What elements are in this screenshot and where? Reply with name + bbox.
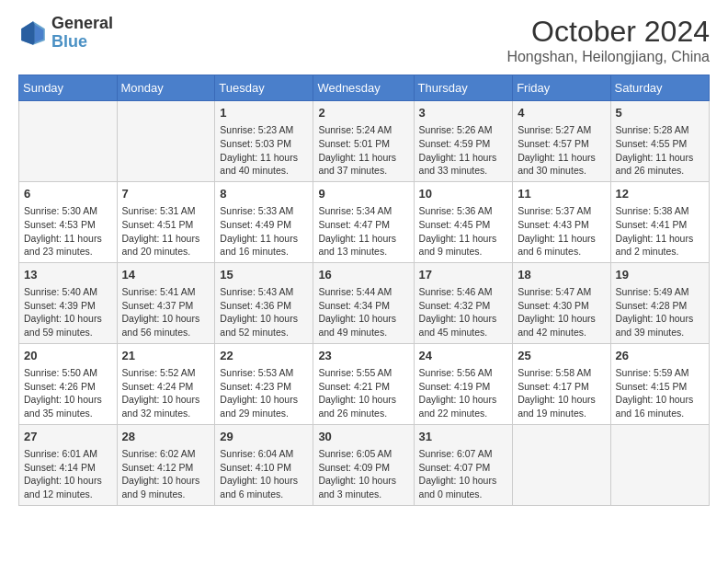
cell-info: Sunset: 4:36 PM (220, 299, 308, 313)
cell-info: Daylight: 10 hours and 56 minutes. (122, 312, 210, 339)
cell-info: Sunset: 4:51 PM (122, 218, 210, 232)
cell-info: Sunrise: 5:24 AM (318, 123, 408, 137)
cell-info: Daylight: 10 hours and 16 minutes. (616, 393, 704, 419)
cell-info: Sunset: 4:14 PM (24, 461, 112, 475)
day-number: 30 (318, 429, 408, 445)
day-header: Saturday (610, 75, 709, 101)
cell-info: Daylight: 11 hours and 2 minutes. (616, 232, 704, 259)
cell-info: Sunset: 4:17 PM (518, 380, 605, 394)
calendar-cell: 29Sunrise: 6:04 AMSunset: 4:10 PMDayligh… (215, 424, 313, 505)
cell-info: Sunrise: 5:31 AM (122, 204, 210, 218)
calendar-cell: 31Sunrise: 6:07 AMSunset: 4:07 PMDayligh… (414, 424, 513, 505)
cell-info: Sunrise: 5:34 AM (318, 204, 408, 218)
page: General Blue October 2024 Hongshan, Heil… (0, 0, 728, 521)
cell-info: Sunset: 4:34 PM (318, 299, 408, 313)
calendar-cell: 20Sunrise: 5:50 AMSunset: 4:26 PMDayligh… (19, 343, 118, 424)
cell-info: Sunrise: 5:52 AM (122, 366, 210, 380)
day-number: 7 (122, 186, 210, 202)
calendar-cell: 24Sunrise: 5:56 AMSunset: 4:19 PMDayligh… (414, 343, 513, 424)
cell-info: Sunrise: 5:23 AM (220, 123, 308, 137)
calendar-cell: 18Sunrise: 5:47 AMSunset: 4:30 PMDayligh… (513, 262, 610, 343)
cell-info: Daylight: 11 hours and 6 minutes. (518, 232, 605, 259)
day-number: 24 (419, 348, 508, 364)
calendar-cell: 21Sunrise: 5:52 AMSunset: 4:24 PMDayligh… (117, 343, 215, 424)
cell-info: Sunset: 4:57 PM (518, 137, 605, 151)
cell-info: Sunrise: 5:41 AM (122, 285, 210, 299)
cell-info: Sunrise: 5:56 AM (419, 366, 508, 380)
cell-info: Daylight: 10 hours and 3 minutes. (318, 474, 408, 500)
cell-info: Sunrise: 5:55 AM (318, 366, 408, 380)
day-header: Sunday (19, 75, 118, 101)
day-number: 31 (419, 429, 508, 445)
header-row: SundayMondayTuesdayWednesdayThursdayFrid… (19, 75, 710, 101)
calendar-cell: 22Sunrise: 5:53 AMSunset: 4:23 PMDayligh… (215, 343, 313, 424)
cell-info: Sunset: 4:10 PM (220, 461, 308, 475)
calendar-cell: 9Sunrise: 5:34 AMSunset: 4:47 PMDaylight… (313, 181, 414, 262)
cell-info: Sunrise: 5:28 AM (616, 123, 704, 137)
calendar-table: SundayMondayTuesdayWednesdayThursdayFrid… (18, 75, 710, 506)
cell-info: Daylight: 10 hours and 26 minutes. (318, 393, 408, 419)
cell-info: Daylight: 10 hours and 45 minutes. (419, 312, 508, 339)
cell-info: Sunrise: 5:30 AM (24, 204, 112, 218)
day-header: Tuesday (215, 75, 313, 101)
cell-info: Daylight: 10 hours and 42 minutes. (518, 312, 605, 339)
day-number: 1 (220, 105, 308, 121)
cell-info: Daylight: 10 hours and 19 minutes. (518, 393, 605, 419)
logo-text: General Blue (51, 15, 113, 52)
calendar-title: October 2024 (506, 15, 710, 49)
day-number: 14 (122, 267, 210, 283)
calendar-cell: 6Sunrise: 5:30 AMSunset: 4:53 PMDaylight… (19, 181, 118, 262)
calendar-cell: 11Sunrise: 5:37 AMSunset: 4:43 PMDayligh… (513, 181, 610, 262)
cell-info: Sunrise: 6:01 AM (24, 447, 112, 461)
day-number: 2 (318, 105, 408, 121)
calendar-cell: 15Sunrise: 5:43 AMSunset: 4:36 PMDayligh… (215, 262, 313, 343)
cell-info: Sunrise: 5:26 AM (419, 123, 508, 137)
cell-info: Daylight: 11 hours and 13 minutes. (318, 232, 408, 259)
cell-info: Sunset: 4:24 PM (122, 380, 210, 394)
cell-info: Daylight: 11 hours and 30 minutes. (518, 151, 605, 178)
cell-info: Daylight: 10 hours and 22 minutes. (419, 393, 508, 419)
day-number: 5 (616, 105, 704, 121)
cell-info: Sunset: 4:59 PM (419, 137, 508, 151)
day-number: 19 (616, 267, 704, 283)
cell-info: Sunrise: 6:07 AM (419, 447, 508, 461)
day-number: 15 (220, 267, 308, 283)
day-number: 29 (220, 429, 308, 445)
cell-info: Daylight: 11 hours and 16 minutes. (220, 232, 308, 259)
day-number: 18 (518, 267, 605, 283)
cell-info: Daylight: 11 hours and 40 minutes. (220, 151, 308, 178)
day-number: 28 (122, 429, 210, 445)
cell-info: Sunrise: 5:50 AM (24, 366, 112, 380)
cell-info: Daylight: 10 hours and 59 minutes. (24, 312, 112, 339)
cell-info: Sunrise: 5:27 AM (518, 123, 605, 137)
cell-info: Sunset: 4:32 PM (419, 299, 508, 313)
calendar-week-row: 27Sunrise: 6:01 AMSunset: 4:14 PMDayligh… (19, 424, 710, 505)
calendar-cell: 1Sunrise: 5:23 AMSunset: 5:03 PMDaylight… (215, 101, 313, 182)
day-number: 4 (518, 105, 605, 121)
cell-info: Sunset: 4:41 PM (616, 218, 704, 232)
day-number: 3 (419, 105, 508, 121)
cell-info: Sunset: 5:01 PM (318, 137, 408, 151)
cell-info: Sunrise: 5:37 AM (518, 204, 605, 218)
svg-marker-2 (21, 21, 34, 45)
cell-info: Daylight: 10 hours and 9 minutes. (122, 474, 210, 500)
calendar-cell: 23Sunrise: 5:55 AMSunset: 4:21 PMDayligh… (313, 343, 414, 424)
cell-info: Sunrise: 6:05 AM (318, 447, 408, 461)
day-number: 26 (616, 348, 704, 364)
cell-info: Daylight: 10 hours and 39 minutes. (616, 312, 704, 339)
calendar-cell: 16Sunrise: 5:44 AMSunset: 4:34 PMDayligh… (313, 262, 414, 343)
cell-info: Sunset: 4:37 PM (122, 299, 210, 313)
calendar-cell: 10Sunrise: 5:36 AMSunset: 4:45 PMDayligh… (414, 181, 513, 262)
cell-info: Sunrise: 6:02 AM (122, 447, 210, 461)
day-number: 17 (419, 267, 508, 283)
calendar-cell: 7Sunrise: 5:31 AMSunset: 4:51 PMDaylight… (117, 181, 215, 262)
cell-info: Sunrise: 5:58 AM (518, 366, 605, 380)
cell-info: Daylight: 11 hours and 20 minutes. (122, 232, 210, 259)
day-header: Wednesday (313, 75, 414, 101)
cell-info: Sunrise: 5:36 AM (419, 204, 508, 218)
cell-info: Sunset: 4:12 PM (122, 461, 210, 475)
cell-info: Sunset: 4:26 PM (24, 380, 112, 394)
cell-info: Daylight: 10 hours and 29 minutes. (220, 393, 308, 419)
cell-info: Daylight: 11 hours and 33 minutes. (419, 151, 508, 178)
calendar-cell: 25Sunrise: 5:58 AMSunset: 4:17 PMDayligh… (513, 343, 610, 424)
